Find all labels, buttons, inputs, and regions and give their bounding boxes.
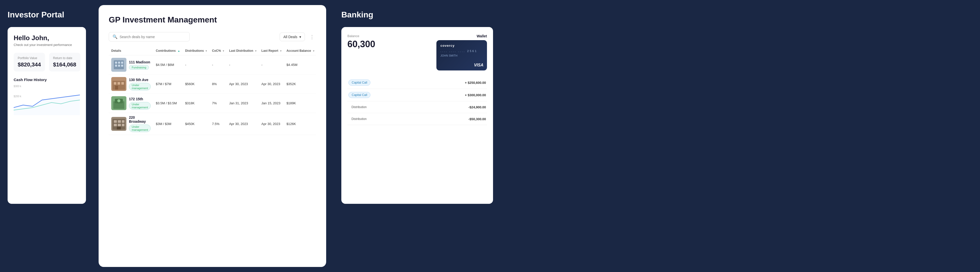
return-box: Return to date $164,068: [49, 53, 80, 71]
table-row[interactable]: 172 15th Under management $3.5M / $3.5M …: [109, 94, 316, 113]
card-network: VISA: [474, 63, 484, 68]
svg-rect-23: [114, 124, 117, 126]
col-last-distribution[interactable]: Last Distribution ▾: [226, 46, 259, 55]
svg-rect-6: [118, 65, 120, 67]
gp-panel: GP Investment Management 🔍 All Deals ▾ ⋮…: [99, 5, 326, 267]
chevron-down-icon: ▾: [299, 35, 301, 39]
deal-details-cell: 220 Broadway Under management: [109, 113, 153, 135]
return-value: $164,068: [53, 62, 76, 68]
investor-portal-panel: Investor Portal Hello John, Check out yo…: [0, 0, 94, 272]
filter-all-deals[interactable]: All Deals ▾: [280, 33, 305, 41]
deal-distributions: $318K: [183, 94, 209, 113]
credit-card: covercy .... .... .... 2561 JOHN SMITH V…: [436, 40, 487, 70]
table-row[interactable]: 130 5th Ave Under management $7M / $7M $…: [109, 74, 316, 94]
deal-image: [111, 77, 126, 91]
deals-table-wrapper: Details Contributions ▲ Distributions ▾ …: [109, 46, 316, 135]
svg-rect-26: [117, 127, 121, 130]
table-row[interactable]: 111 Madison Fundraising $4.5M / $6M - - …: [109, 55, 316, 74]
col-contributions[interactable]: Contributions ▲: [153, 46, 183, 55]
deal-last-distribution: Apr 30, 2023: [226, 113, 259, 135]
transaction-row: Capital Call + $300,000.00: [347, 89, 487, 101]
more-options-button[interactable]: ⋮: [308, 33, 316, 41]
deal-contributions: $3.5M / $3.5M: [153, 94, 183, 113]
sort-icon-coc: ▾: [223, 49, 224, 52]
card-number: .... .... .... 2561: [441, 49, 483, 52]
deal-account-balance: $352K: [284, 74, 316, 94]
deal-badge: Under management: [129, 83, 151, 90]
banking-title: Banking: [341, 10, 493, 19]
sort-up-icon: ▲: [178, 49, 180, 52]
deal-name: 172 15th: [129, 97, 151, 101]
greeting-text: Hello John,: [14, 34, 80, 42]
wallet-card-section: Wallet covercy .... .... .... 2561 JOHN …: [436, 34, 487, 70]
deal-image: [111, 117, 126, 131]
filter-label: All Deals: [283, 35, 298, 39]
card-holder: JOHN SMITH: [441, 54, 483, 57]
transaction-row: Distribution -$24,900.00: [347, 101, 487, 113]
search-box[interactable]: 🔍: [109, 32, 189, 41]
banking-card: Balance 60,300 Wallet covercy .... .... …: [341, 27, 493, 204]
txn-type-badge: Capital Call: [348, 79, 371, 85]
balance-section: Balance 60,300: [347, 34, 375, 49]
deal-distributions: $450K: [183, 113, 209, 135]
cashflow-chart: $300 k $200 k: [14, 85, 80, 115]
svg-rect-10: [114, 82, 116, 85]
svg-rect-7: [121, 65, 123, 67]
deal-badge: Under management: [129, 102, 151, 110]
deal-last-distribution: Apr 30, 2023: [226, 74, 259, 94]
search-icon: 🔍: [113, 34, 118, 39]
sort-icon-last-dist: ▾: [255, 49, 256, 52]
deal-distributions: $560K: [183, 74, 209, 94]
deal-name: 220 Broadway: [129, 115, 151, 123]
svg-rect-2: [115, 62, 117, 64]
deal-account-balance: $4.45M: [284, 55, 316, 74]
portfolio-value-box: Portfolio Value $820,344: [14, 53, 45, 71]
deal-image: [111, 96, 126, 110]
deal-coc: -: [209, 55, 226, 74]
wallet-section: Balance 60,300 Wallet covercy .... .... …: [347, 34, 487, 70]
deal-badge: Under management: [129, 125, 151, 132]
table-header-row: Details Contributions ▲ Distributions ▾ …: [109, 46, 316, 55]
txn-amount: + $250,600.00: [419, 76, 487, 89]
col-coc[interactable]: CoC% ▾: [209, 46, 226, 55]
transaction-row: Distribution -$50,300.00: [347, 113, 487, 125]
deal-contributions: $4.5M / $6M: [153, 55, 183, 74]
sort-icon-distributions: ▾: [205, 49, 207, 52]
sort-icon-balance: ▾: [313, 49, 314, 52]
svg-rect-3: [118, 62, 120, 64]
deal-coc: 7%: [209, 94, 226, 113]
txn-amount: + $300,000.00: [419, 89, 487, 101]
balance-value: 60,300: [347, 39, 375, 49]
deal-account-balance: $126K: [284, 113, 316, 135]
transactions-table: Capital Call + $250,600.00 Capital Call …: [347, 76, 487, 125]
col-distributions[interactable]: Distributions ▾: [183, 46, 209, 55]
svg-rect-21: [118, 120, 121, 123]
search-filter-row: 🔍 All Deals ▾ ⋮: [109, 32, 316, 41]
txn-type-cell: Capital Call: [347, 89, 419, 101]
deal-coc: 8%: [209, 74, 226, 94]
gp-title: GP Investment Management: [109, 15, 316, 24]
deal-badge: Fundraising: [129, 65, 149, 70]
col-last-report[interactable]: Last Report ▾: [259, 46, 284, 55]
deal-details-cell: 172 15th Under management: [109, 94, 153, 113]
deal-last-distribution: Jan 31, 2023: [226, 94, 259, 113]
col-details: Details: [109, 46, 153, 55]
svg-rect-4: [121, 62, 123, 64]
wallet-title: Wallet: [436, 34, 487, 38]
deal-name: 111 Madison: [129, 60, 150, 64]
return-label: Return to date: [53, 56, 76, 60]
svg-rect-11: [118, 82, 120, 85]
svg-rect-5: [115, 65, 117, 67]
svg-rect-20: [114, 120, 117, 123]
txn-type-badge: Distribution: [348, 104, 370, 110]
table-row[interactable]: 220 Broadway Under management $3M / $3M …: [109, 113, 316, 135]
deal-details-cell: 111 Madison Fundraising: [109, 55, 153, 74]
search-input[interactable]: [119, 35, 186, 39]
col-account-balance[interactable]: Account Balance ▾: [284, 46, 316, 55]
portal-card: Hello John, Check out your investment pe…: [8, 27, 86, 204]
deal-last-report: Apr 30, 2023: [259, 74, 284, 94]
portfolio-value: $820,344: [18, 62, 41, 68]
deal-contributions: $7M / $7M: [153, 74, 183, 94]
txn-type-cell: Capital Call: [347, 76, 419, 89]
txn-type-cell: Distribution: [347, 113, 419, 125]
